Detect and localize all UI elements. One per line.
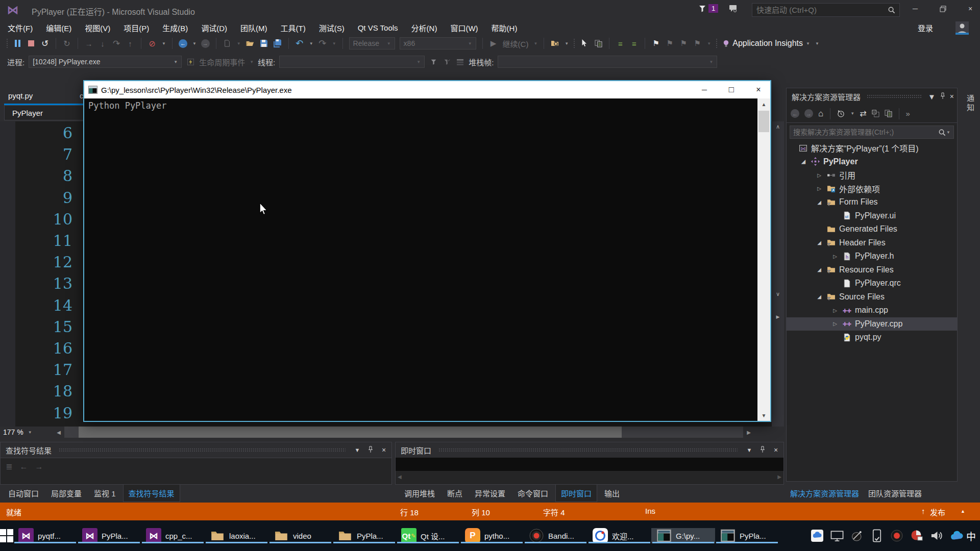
taskbar-button-11[interactable]: PyPla... <box>715 528 779 543</box>
filter-threads-icon[interactable] <box>429 56 438 68</box>
menu-item-6[interactable]: 团队(M) <box>240 22 267 33</box>
tree-item--[interactable]: ▷引用 <box>787 168 957 182</box>
output-window-tab-1[interactable]: 断点 <box>442 485 468 502</box>
phone-tray-icon[interactable] <box>869 527 885 544</box>
decrease-indent-icon[interactable]: ≡ <box>616 37 625 49</box>
sync-with-active-document-icon[interactable]: ⇄ <box>860 109 866 118</box>
console-close-button[interactable]: × <box>747 81 770 98</box>
debug-window-tab-2[interactable]: 监视 1 <box>89 485 121 502</box>
lifecycle-bolt-icon[interactable] <box>186 56 195 68</box>
undo-dropdown[interactable]: ▼ <box>309 41 313 46</box>
forward-button[interactable]: → <box>804 109 813 118</box>
output-window-tab-5[interactable]: 输出 <box>599 485 625 502</box>
expander-expanded-icon[interactable]: ◢ <box>813 199 826 205</box>
toolbar-grip[interactable] <box>716 38 718 48</box>
tree-item-resource-files[interactable]: ◢Resource Files <box>787 263 957 277</box>
filter-flagged-icon[interactable] <box>442 56 451 68</box>
output-window-tab-4[interactable]: 即时窗口 <box>555 485 597 502</box>
configuration-combo[interactable]: Release▼ <box>349 37 395 49</box>
pin-icon[interactable] <box>940 92 946 101</box>
tree-item-pyplayer.h[interactable]: ▷hPyPlayer.h <box>787 249 957 263</box>
menu-item-10[interactable]: 分析(N) <box>411 22 437 33</box>
open-file-icon[interactable] <box>246 37 255 49</box>
tree-item-pyplayer[interactable]: ◢PyPlayer <box>787 155 957 169</box>
collapse-all-icon[interactable] <box>872 110 879 117</box>
stop-button[interactable] <box>27 37 36 49</box>
close-button[interactable]: × <box>962 2 979 15</box>
menu-item-9[interactable]: Qt VS Tools <box>358 23 398 32</box>
expander-collapsed-icon[interactable]: ▷ <box>813 172 826 178</box>
scroll-right-arrow[interactable]: ▶ <box>743 427 754 438</box>
frames-icon[interactable] <box>455 56 464 68</box>
output-window-tab-3[interactable]: 命令窗口 <box>512 485 553 502</box>
start-button[interactable] <box>0 520 13 551</box>
application-insights-button[interactable]: Application Insights ▼ <box>722 39 810 48</box>
console-window[interactable]: G:\py_lesson\src\PyPlayer\Win32\Release\… <box>83 80 771 422</box>
tree-item-pyplayer.cpp[interactable]: ▷✚✚PyPlayer.cpp <box>787 317 957 331</box>
taskbar-button-9[interactable]: 欢迎... <box>587 528 651 543</box>
menu-item-2[interactable]: 视图(V) <box>85 22 110 33</box>
console-scrollbar[interactable]: ▲ ▼ <box>757 98 770 421</box>
taskbar-button-5[interactable]: PyPla... <box>332 528 396 543</box>
back-button[interactable]: ← <box>791 109 799 118</box>
horizontal-scrollbar[interactable] <box>64 427 743 438</box>
clear-bookmarks-icon[interactable]: ⚑ <box>693 37 702 49</box>
show-next-statement-icon[interactable]: → <box>84 37 93 49</box>
show-all-files-icon[interactable] <box>885 110 892 117</box>
panel-header[interactable]: 查找符号结果 ▼ × <box>1 442 391 458</box>
console-scroll-up[interactable]: ▲ <box>757 98 770 110</box>
expander-expanded-icon[interactable]: ◢ <box>813 240 826 245</box>
editor-zoom-control[interactable]: 177 % ▼ <box>0 427 53 438</box>
close-panel-icon[interactable]: × <box>379 446 388 454</box>
notifications-side-tab[interactable]: 通知 <box>965 94 975 113</box>
tree-item-pyqt.py[interactable]: pyqt.py <box>787 331 957 344</box>
console-body[interactable]: Python PyPlayer ▲ ▼ <box>84 98 770 421</box>
thread-combo[interactable]: ▼ <box>279 56 425 68</box>
scroll-down-arrow[interactable]: ∨ <box>772 291 784 297</box>
process-combo[interactable]: [10248] PyPlayer.exe▼ <box>29 56 182 68</box>
new-file-dropdown[interactable]: ▼ <box>237 41 241 46</box>
sign-in-link[interactable]: 登录 <box>918 22 933 33</box>
scroll-left-arrow[interactable]: ◀ <box>398 474 402 480</box>
menu-item-5[interactable]: 调试(D) <box>201 22 227 33</box>
expander-collapsed-icon[interactable]: ▷ <box>828 308 842 313</box>
menu-item-7[interactable]: 工具(T) <box>280 22 305 33</box>
expander-collapsed-icon[interactable]: ▷ <box>828 321 842 327</box>
pause-button[interactable] <box>13 37 22 49</box>
tab-pyqt-py[interactable]: pyqt.py <box>4 90 39 104</box>
horizontal-scrollbar-thumb[interactable] <box>79 427 622 438</box>
menu-item-12[interactable]: 帮助(H) <box>492 22 518 33</box>
tree-item-pyplayer.qrc[interactable]: PyPlayer.qrc <box>787 277 957 290</box>
home-icon[interactable]: ⌂ <box>818 109 823 119</box>
tree-item--pyplayer-1-[interactable]: ⋈解决方案“PyPlayer”(1 个项目) <box>787 141 957 155</box>
continue-icon[interactable]: ▶ <box>489 37 498 49</box>
dish-tray-icon[interactable] <box>849 527 865 544</box>
undo-icon[interactable]: ↶ <box>295 37 304 49</box>
console-maximize-button[interactable]: □ <box>720 81 743 98</box>
scroll-right-arrow[interactable]: ▶ <box>777 474 781 480</box>
record-tray-icon[interactable] <box>889 527 904 544</box>
tab-solution-explorer[interactable]: 解决方案资源管理器 <box>788 485 861 502</box>
output-window-tab-2[interactable]: 异常设置 <box>470 485 510 502</box>
new-file-icon[interactable] <box>223 37 232 49</box>
pending-changes-filter-icon[interactable] <box>837 110 845 117</box>
menu-item-4[interactable]: 生成(B) <box>162 22 188 33</box>
cloud-tray-icon[interactable] <box>810 527 825 544</box>
step-into-icon[interactable]: ↓ <box>98 37 107 49</box>
step-over-icon[interactable]: ↷ <box>112 37 121 49</box>
console-minimize-button[interactable]: ─ <box>693 81 716 98</box>
immediate-window-content[interactable] <box>396 458 783 471</box>
stack-frame-combo[interactable]: ▼ <box>498 56 717 68</box>
tree-item-pyplayer.ui[interactable]: uiPyPlayer.ui <box>787 209 957 223</box>
step-out-icon[interactable]: ↑ <box>126 37 135 49</box>
pie-tray-icon[interactable] <box>909 527 924 544</box>
quick-launch-box[interactable] <box>752 3 900 17</box>
solution-search-input[interactable] <box>793 128 938 136</box>
user-avatar-icon[interactable] <box>955 21 969 35</box>
taskbar-button-3[interactable]: laoxia... <box>205 528 268 543</box>
taskbar-button-2[interactable]: ⋈cpp_c... <box>141 528 205 543</box>
continue-dropdown[interactable]: ▼ <box>533 41 537 46</box>
panel-header[interactable]: 即时窗口 ▼ × <box>396 442 783 458</box>
tree-item-header-files[interactable]: ◢Header Files <box>787 236 957 250</box>
debug-window-tab-1[interactable]: 局部变量 <box>46 485 87 502</box>
